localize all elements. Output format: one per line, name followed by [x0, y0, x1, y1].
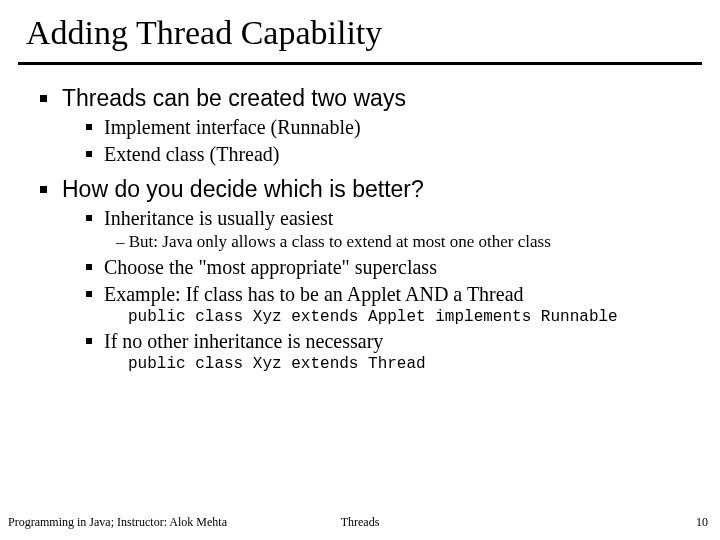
section-2-item-3-code: public class Xyz extends Applet implemen…	[104, 308, 690, 326]
section-2-item-1-text: Inheritance is usually easiest	[104, 207, 333, 229]
section-2-item-4-text: If no other inheritance is necessary	[104, 330, 383, 352]
section-1: Threads can be created two ways Implemen…	[36, 85, 690, 166]
section-2-item-1-sub: – But: Java only allows a class to exten…	[104, 232, 690, 252]
section-2: How do you decide which is better? Inher…	[36, 176, 690, 373]
slide-body: Threads can be created two ways Implemen…	[0, 71, 720, 373]
section-2-item-4-code: public class Xyz extends Thread	[104, 355, 690, 373]
footer-left: Programming in Java; Instructor: Alok Me…	[8, 515, 227, 530]
section-2-item-4: If no other inheritance is necessary pub…	[82, 330, 690, 373]
section-2-item-3: Example: If class has to be an Applet AN…	[82, 283, 690, 326]
footer-center: Threads	[341, 515, 380, 530]
title-divider	[18, 62, 702, 65]
section-1-item-1: Implement interface (Runnable)	[82, 116, 690, 139]
section-2-item-3-text: Example: If class has to be an Applet AN…	[104, 283, 524, 305]
section-1-item-2: Extend class (Thread)	[82, 143, 690, 166]
footer-page-number: 10	[696, 515, 708, 530]
section-2-item-1: Inheritance is usually easiest – But: Ja…	[82, 207, 690, 252]
section-2-item-2: Choose the "most appropriate" superclass	[82, 256, 690, 279]
section-2-heading: How do you decide which is better?	[62, 176, 424, 202]
section-1-heading: Threads can be created two ways	[62, 85, 406, 111]
slide-title: Adding Thread Capability	[0, 0, 720, 58]
slide: Adding Thread Capability Threads can be …	[0, 0, 720, 540]
